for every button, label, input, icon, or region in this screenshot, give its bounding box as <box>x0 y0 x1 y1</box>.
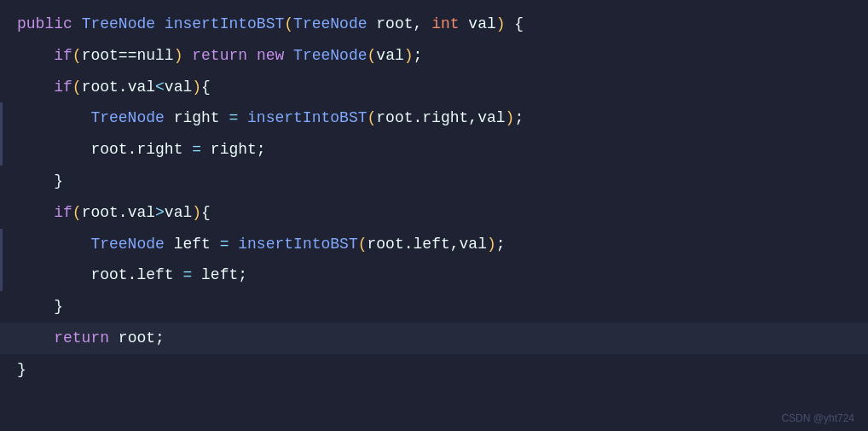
code-token: val <box>165 201 192 225</box>
code-token: { <box>506 12 524 37</box>
code-token: val <box>460 232 487 257</box>
code-token: ( <box>72 44 82 68</box>
code-token: ) <box>404 44 414 68</box>
code-line: TreeNode left = insertIntoBST(root.left,… <box>0 229 868 260</box>
code-token: new <box>257 44 293 68</box>
code-token: val <box>477 106 505 131</box>
code-token: ) <box>192 75 201 100</box>
code-token: ) <box>506 106 515 131</box>
code-token: left <box>174 232 220 257</box>
code-token: root.right <box>376 106 468 131</box>
code-token: right <box>211 137 257 162</box>
code-token: insertIntoBST <box>165 12 284 37</box>
code-token: } <box>17 358 26 382</box>
code-token: TreeNode <box>17 106 174 131</box>
code-token: , <box>450 232 460 257</box>
code-token: TreeNode <box>293 44 367 68</box>
code-token: root==null <box>82 44 174 68</box>
code-token: if <box>17 44 72 68</box>
code-token: , <box>468 106 477 131</box>
code-token: return <box>182 44 256 68</box>
code-token: ( <box>358 232 367 257</box>
code-token: ) <box>192 201 201 225</box>
code-token: int <box>431 12 468 37</box>
code-token: val <box>165 75 192 100</box>
code-token: = <box>192 137 211 162</box>
code-token: insertIntoBST <box>238 232 357 257</box>
code-token: ; <box>414 44 423 68</box>
code-token: { <box>201 75 211 100</box>
code-token: = <box>220 232 239 257</box>
code-token: < <box>155 75 165 100</box>
code-token: = <box>182 263 201 288</box>
code-token: if <box>17 201 72 225</box>
code-token: ; <box>514 106 524 131</box>
watermark-label: CSDN @yht724 <box>781 412 854 424</box>
code-token: ; <box>155 326 165 351</box>
code-token: = <box>229 106 247 131</box>
code-token: ; <box>257 137 266 162</box>
code-block: public TreeNode insertIntoBST(TreeNode r… <box>0 0 868 431</box>
code-line: } <box>0 291 868 323</box>
code-token: ) <box>496 12 506 37</box>
code-token: root.val <box>82 75 155 100</box>
code-token: root <box>119 326 155 351</box>
code-token: TreeNode <box>293 12 376 37</box>
code-token: root.left <box>367 232 450 257</box>
code-token: ; <box>238 263 247 288</box>
code-token: TreeNode <box>82 12 165 37</box>
code-token: root.val <box>82 201 155 225</box>
code-token: ; <box>496 232 506 257</box>
code-token: right <box>174 106 229 131</box>
code-token: left <box>201 263 238 288</box>
code-line: public TreeNode insertIntoBST(TreeNode r… <box>0 9 868 40</box>
code-token: } <box>17 169 63 194</box>
code-token: val <box>468 12 495 37</box>
code-line: } <box>0 166 868 197</box>
code-token: TreeNode <box>17 232 174 257</box>
code-token: ) <box>174 44 183 68</box>
code-line: if(root.val>val){ <box>0 197 868 229</box>
code-token: ( <box>72 201 82 225</box>
code-line: if(root.val<val){ <box>0 72 868 103</box>
code-token: val <box>376 44 403 68</box>
code-token: ( <box>284 12 293 37</box>
code-token: root.right <box>17 137 192 162</box>
code-token: { <box>201 201 211 225</box>
code-token: insertIntoBST <box>247 106 367 131</box>
code-line: root.right = right; <box>0 134 868 166</box>
code-token: return <box>17 326 119 351</box>
code-token: ( <box>367 44 377 68</box>
code-token: ) <box>487 232 496 257</box>
code-token: root, <box>376 12 431 37</box>
code-token: root.left <box>17 263 182 288</box>
code-line: root.left = left; <box>0 259 868 291</box>
code-token: if <box>17 75 72 100</box>
code-line: return root; <box>0 323 868 354</box>
code-token: } <box>17 294 63 319</box>
code-line: if(root==null) return new TreeNode(val); <box>0 40 868 72</box>
code-token: public <box>17 12 82 37</box>
code-line: TreeNode right = insertIntoBST(root.righ… <box>0 102 868 134</box>
code-token: ( <box>367 106 377 131</box>
code-token: > <box>155 201 165 225</box>
code-line: } <box>0 354 868 386</box>
code-token: ( <box>72 75 82 100</box>
